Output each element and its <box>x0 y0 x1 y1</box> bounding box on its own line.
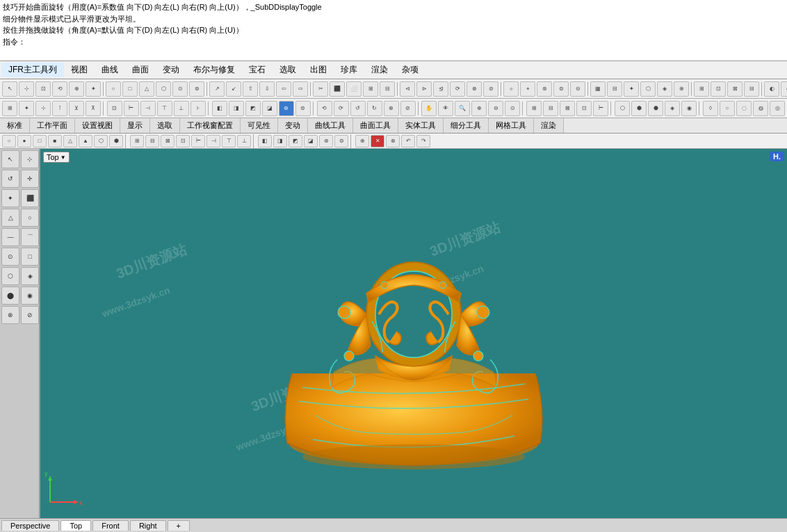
menu-item-library[interactable]: 珍库 <box>334 63 364 77</box>
tb-btn-25[interactable]: ⊳ <box>416 81 432 97</box>
tb-btn2-6[interactable]: ⊼ <box>86 101 101 116</box>
lp-btn-cylinder[interactable]: ⬤ <box>1 287 19 305</box>
tb-btn-35[interactable]: ▦ <box>590 81 606 97</box>
tb-btn-44[interactable]: ⊟ <box>744 81 759 97</box>
tb-btn-22[interactable]: ⊞ <box>363 81 378 97</box>
tab-setview[interactable]: 设置视图 <box>75 118 120 133</box>
lp-btn-torus[interactable]: ⊗ <box>1 306 19 324</box>
tb-btn2-35[interactable]: ⊢ <box>593 101 608 116</box>
tb-btn-13[interactable]: ↗ <box>209 81 225 97</box>
tb3-btn-18[interactable]: ◨ <box>273 135 287 147</box>
tb-btn-16[interactable]: ⇩ <box>259 81 275 97</box>
tab-display[interactable]: 显示 <box>120 118 150 133</box>
tb3-btn-6[interactable]: ▲ <box>79 135 92 147</box>
menu-item-misc[interactable]: 杂项 <box>395 63 425 77</box>
menu-item-boolean[interactable]: 布尔与修复 <box>186 63 242 77</box>
tb-btn-34[interactable]: ⊝ <box>570 81 585 97</box>
tb-btn2-45[interactable]: ◎ <box>770 101 785 116</box>
tb-btn-41[interactable]: ⊞ <box>694 81 709 97</box>
viewport-label[interactable]: Top ▼ <box>43 152 70 163</box>
tb-btn-28[interactable]: ⊗ <box>466 81 482 97</box>
tb-btn2-1[interactable]: ⊞ <box>2 101 17 116</box>
tb3-btn-11[interactable]: ⊠ <box>161 135 175 147</box>
tb3-btn-13[interactable]: ⊢ <box>191 135 205 147</box>
tb-btn2-21[interactable]: ↺ <box>350 101 366 116</box>
tab-curve-tools[interactable]: 曲线工具 <box>308 118 353 133</box>
tb3-btn-3[interactable]: □ <box>33 135 47 147</box>
lp-btn-sphere[interactable]: ◉ <box>21 287 39 305</box>
tb-btn-30[interactable]: ⟐ <box>503 81 519 97</box>
tb-btn2-41[interactable]: ◊ <box>703 101 718 116</box>
tb-btn-11[interactable]: ⊙ <box>172 81 188 97</box>
tab-right[interactable]: Right <box>130 520 166 531</box>
tb-btn2-39[interactable]: ◈ <box>665 101 680 116</box>
tab-visibility[interactable]: 可见性 <box>241 118 278 133</box>
tb3-btn-27[interactable]: ↷ <box>416 135 430 147</box>
tb3-btn-17[interactable]: ◧ <box>258 135 272 147</box>
tb-btn-5[interactable]: ⊕ <box>69 81 84 97</box>
tb-btn-7[interactable]: ○ <box>106 81 121 97</box>
tb-btn-46[interactable]: ◑ <box>781 81 787 97</box>
tb-btn2-16[interactable]: ◪ <box>262 101 277 116</box>
tb-btn-33[interactable]: ⊜ <box>553 81 569 97</box>
tb-btn-39[interactable]: ◈ <box>657 81 672 97</box>
tab-surface-tools[interactable]: 曲面工具 <box>353 118 398 133</box>
tb-btn-40[interactable]: ⊕ <box>674 81 689 97</box>
tb-btn2-23[interactable]: ⊗ <box>384 101 399 116</box>
tb-btn2-11[interactable]: ⊥ <box>174 101 189 116</box>
tb3-btn-1[interactable]: ○ <box>2 135 16 147</box>
tb-btn2-19[interactable]: ⟲ <box>317 101 332 116</box>
tab-select[interactable]: 选取 <box>150 118 180 133</box>
tb3-btn-20[interactable]: ◪ <box>304 135 318 147</box>
menu-item-render[interactable]: 渲染 <box>364 63 395 77</box>
tb-btn2-28[interactable]: ⊕ <box>471 101 487 116</box>
tb-btn2-8[interactable]: ⊢ <box>124 101 139 116</box>
tb3-btn-14[interactable]: ⊣ <box>206 135 220 147</box>
tb-btn2-9[interactable]: ⊣ <box>140 101 156 116</box>
tb3-btn-5[interactable]: △ <box>63 135 77 147</box>
tb3-btn-12[interactable]: ⊡ <box>176 135 190 147</box>
menu-item-view[interactable]: 视图 <box>64 63 95 77</box>
lp-btn-dot[interactable]: ⊙ <box>1 248 19 266</box>
lp-btn-gem[interactable]: ◈ <box>21 267 39 285</box>
tb-btn-4[interactable]: ⟲ <box>52 81 67 97</box>
tab-perspective[interactable]: Perspective <box>1 520 59 531</box>
tab-subd-tools[interactable]: 细分工具 <box>444 118 489 133</box>
menu-item-jfr[interactable]: JFR主工具列 <box>1 63 64 77</box>
lp-btn-line[interactable]: — <box>1 228 19 246</box>
tb-btn2-3[interactable]: ⊹ <box>35 101 51 116</box>
tb-btn2-17[interactable]: ⊛ <box>279 101 294 116</box>
lp-btn-circle[interactable]: ○ <box>21 209 39 227</box>
tb-btn2-31[interactable]: ⊞ <box>526 101 542 116</box>
tb-btn-12[interactable]: ⊚ <box>189 81 204 97</box>
menu-item-curve[interactable]: 曲线 <box>95 63 125 77</box>
tb-btn2-18[interactable]: ⊜ <box>295 101 311 116</box>
menu-item-print[interactable]: 出图 <box>303 63 334 77</box>
tb-btn2-38[interactable]: ⬣ <box>648 101 663 116</box>
tb-btn-1[interactable]: ↖ <box>2 81 17 97</box>
menu-item-gem[interactable]: 宝石 <box>242 63 273 77</box>
lp-btn-cube[interactable]: ⬛ <box>21 189 39 207</box>
tb3-btn-2[interactable]: ● <box>17 135 31 147</box>
lp-btn-move[interactable]: ✛ <box>21 170 39 188</box>
tb-btn-42[interactable]: ⊡ <box>711 81 726 97</box>
tb-btn2-20[interactable]: ⟳ <box>334 101 349 116</box>
tb-btn2-25[interactable]: ✋ <box>421 101 437 116</box>
tb-btn2-15[interactable]: ◩ <box>245 101 261 116</box>
tb-btn-15[interactable]: ⇧ <box>243 81 258 97</box>
tab-mesh-tools[interactable]: 网格工具 <box>489 118 534 133</box>
tb-btn-20[interactable]: ⬛ <box>330 81 345 97</box>
tb3-btn-4[interactable]: ■ <box>48 135 62 147</box>
tb-btn2-7[interactable]: ⊡ <box>107 101 122 116</box>
viewport-3d[interactable]: Top ▼ H. 3D川资源站 www.3dzsyk.cn 3D川资源站 www… <box>40 149 787 518</box>
tb-btn2-40[interactable]: ◉ <box>681 101 697 116</box>
tb3-btn-24[interactable]: ✕ <box>371 135 384 147</box>
tb-btn-38[interactable]: ⬡ <box>640 81 656 97</box>
tb-btn-21[interactable]: ⬜ <box>346 81 362 97</box>
tb-btn2-43[interactable]: ◌ <box>736 101 752 116</box>
tb-btn-6[interactable]: ✦ <box>86 81 101 97</box>
tb-btn-45[interactable]: ◐ <box>764 81 779 97</box>
tb3-btn-22[interactable]: ⊜ <box>334 135 348 147</box>
console-prompt[interactable]: 指令： <box>3 36 784 48</box>
tb-btn-17[interactable]: ⇦ <box>276 81 291 97</box>
